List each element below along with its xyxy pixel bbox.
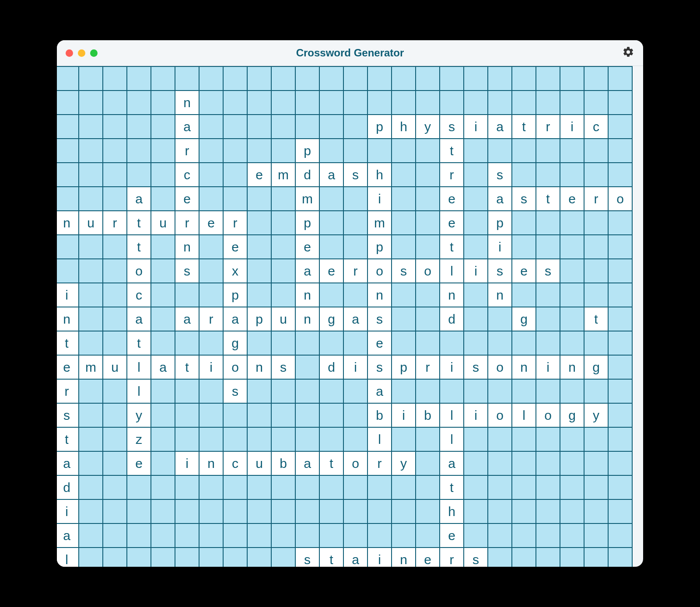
letter-cell[interactable]: i — [440, 355, 464, 379]
letter-cell[interactable]: t — [440, 475, 464, 499]
letter-cell[interactable]: n — [247, 355, 271, 379]
letter-cell[interactable]: p — [247, 307, 271, 331]
letter-cell[interactable]: l — [440, 259, 464, 283]
minimize-icon[interactable] — [78, 49, 85, 57]
letter-cell[interactable]: l — [127, 379, 151, 403]
letter-cell[interactable]: o — [343, 451, 368, 475]
letter-cell[interactable]: s — [271, 355, 295, 379]
letter-cell[interactable]: i — [368, 187, 392, 211]
letter-cell[interactable]: a — [57, 451, 79, 475]
letter-cell[interactable]: i — [392, 403, 416, 427]
letter-cell[interactable]: a — [127, 187, 151, 211]
letter-cell[interactable]: t — [512, 115, 536, 139]
letter-cell[interactable]: g — [560, 403, 584, 427]
letter-cell[interactable]: d — [57, 475, 79, 499]
letter-cell[interactable]: a — [175, 307, 199, 331]
letter-cell[interactable]: n — [368, 283, 392, 307]
zoom-icon[interactable] — [90, 49, 98, 57]
letter-cell[interactable]: t — [440, 139, 464, 163]
letter-cell[interactable]: l — [368, 427, 392, 451]
letter-cell[interactable]: t — [584, 307, 608, 331]
letter-cell[interactable]: u — [151, 211, 175, 235]
letter-cell[interactable]: d — [440, 307, 464, 331]
letter-cell[interactable]: s — [512, 187, 536, 211]
letter-cell[interactable]: n — [57, 211, 79, 235]
letter-cell[interactable]: u — [247, 451, 271, 475]
letter-cell[interactable]: c — [175, 163, 199, 187]
letter-cell[interactable]: e — [57, 355, 79, 379]
letter-cell[interactable]: a — [127, 307, 151, 331]
letter-cell[interactable]: g — [223, 331, 247, 355]
letter-cell[interactable]: n — [295, 307, 319, 331]
letter-cell[interactable]: a — [440, 451, 464, 475]
letter-cell[interactable]: e — [247, 163, 271, 187]
letter-cell[interactable]: n — [175, 235, 199, 259]
letter-cell[interactable]: r — [199, 307, 223, 331]
letter-cell[interactable]: n — [57, 307, 79, 331]
letter-cell[interactable]: a — [343, 307, 368, 331]
letter-cell[interactable]: s — [536, 259, 560, 283]
letter-cell[interactable]: a — [57, 523, 79, 548]
letter-cell[interactable]: s — [464, 355, 488, 379]
letter-cell[interactable]: t — [175, 355, 199, 379]
letter-cell[interactable]: h — [440, 499, 464, 523]
letter-cell[interactable]: r — [440, 163, 464, 187]
letter-cell[interactable]: r — [584, 187, 608, 211]
letter-cell[interactable]: y — [392, 451, 416, 475]
letter-cell[interactable]: a — [295, 259, 319, 283]
letter-cell[interactable]: g — [319, 307, 343, 331]
letter-cell[interactable]: n — [295, 283, 319, 307]
letter-cell[interactable]: r — [175, 211, 199, 235]
letter-cell[interactable]: r — [368, 451, 392, 475]
letter-cell[interactable]: u — [79, 211, 103, 235]
letter-cell[interactable]: e — [440, 523, 464, 548]
letter-cell[interactable]: e — [319, 259, 343, 283]
letter-cell[interactable]: i — [488, 235, 512, 259]
letter-cell[interactable]: l — [127, 355, 151, 379]
letter-cell[interactable]: a — [488, 115, 512, 139]
letter-cell[interactable]: o — [223, 355, 247, 379]
letter-cell[interactable]: p — [295, 139, 319, 163]
letter-cell[interactable]: d — [295, 163, 319, 187]
letter-cell[interactable]: m — [295, 187, 319, 211]
letter-cell[interactable]: t — [319, 548, 343, 567]
letter-cell[interactable]: e — [199, 211, 223, 235]
letter-cell[interactable]: x — [223, 259, 247, 283]
letter-cell[interactable]: d — [319, 355, 343, 379]
letter-cell[interactable]: e — [175, 187, 199, 211]
letter-cell[interactable]: u — [271, 307, 295, 331]
letter-cell[interactable]: i — [560, 115, 584, 139]
letter-cell[interactable]: i — [57, 499, 79, 523]
letter-cell[interactable]: m — [368, 211, 392, 235]
letter-cell[interactable]: l — [440, 427, 464, 451]
letter-cell[interactable]: o — [416, 259, 440, 283]
letter-cell[interactable]: e — [440, 211, 464, 235]
letter-cell[interactable]: t — [127, 211, 151, 235]
letter-cell[interactable]: p — [295, 211, 319, 235]
letter-cell[interactable]: i — [368, 548, 392, 567]
letter-cell[interactable]: r — [57, 379, 79, 403]
letter-cell[interactable]: a — [295, 451, 319, 475]
letter-cell[interactable]: r — [103, 211, 127, 235]
letter-cell[interactable]: a — [151, 355, 175, 379]
letter-cell[interactable]: s — [488, 259, 512, 283]
letter-cell[interactable]: u — [103, 355, 127, 379]
letter-cell[interactable]: c — [127, 283, 151, 307]
letter-cell[interactable]: o — [488, 403, 512, 427]
letter-cell[interactable]: t — [319, 451, 343, 475]
letter-cell[interactable]: a — [368, 379, 392, 403]
letter-cell[interactable]: s — [368, 307, 392, 331]
letter-cell[interactable]: g — [512, 307, 536, 331]
letter-cell[interactable]: m — [271, 163, 295, 187]
letter-cell[interactable]: r — [343, 259, 368, 283]
letter-cell[interactable]: i — [464, 259, 488, 283]
letter-cell[interactable]: i — [343, 355, 368, 379]
letter-cell[interactable]: p — [368, 235, 392, 259]
letter-cell[interactable]: t — [127, 331, 151, 355]
letter-cell[interactable]: n — [560, 355, 584, 379]
letter-cell[interactable]: e — [560, 187, 584, 211]
letter-cell[interactable]: e — [223, 235, 247, 259]
letter-cell[interactable]: i — [464, 115, 488, 139]
letter-cell[interactable]: g — [584, 355, 608, 379]
letter-cell[interactable]: a — [223, 307, 247, 331]
